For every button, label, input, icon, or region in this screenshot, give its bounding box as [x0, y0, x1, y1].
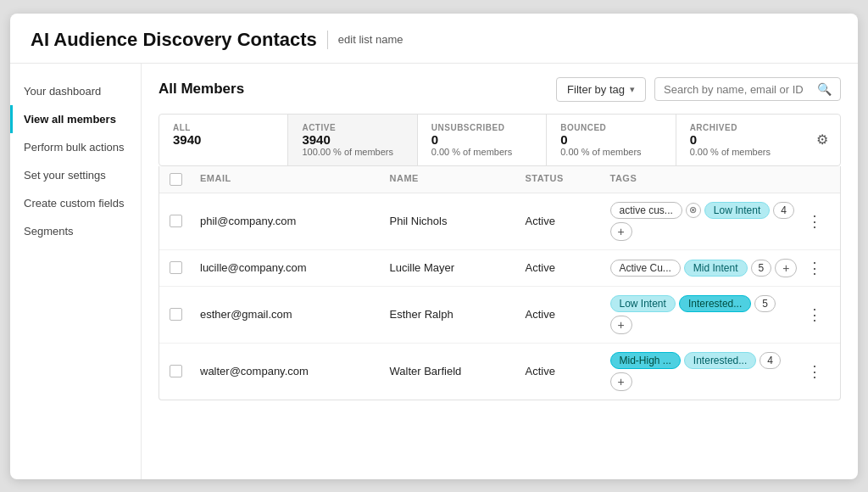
tag-mid-intent[interactable]: Mid Intent: [684, 260, 748, 277]
table-row: phil@company.com Phil Nichols Active act…: [159, 193, 840, 250]
tag-add-button-2[interactable]: +: [775, 259, 797, 277]
row-1-checkbox[interactable]: [170, 215, 182, 227]
row-1-tags: active cus... ⊗ Low Intent 4 +: [610, 202, 800, 241]
row-4-tags: Mid-High ... Interested... 4 +: [610, 352, 800, 391]
row-4-name: Walter Barfield: [390, 365, 526, 377]
row-3-email: esther@gmail.com: [200, 308, 390, 321]
col-header-status: STATUS: [526, 173, 610, 186]
tag-active-cu[interactable]: Active Cu...: [610, 260, 681, 277]
sidebar-item-set-settings[interactable]: Set your settings: [10, 161, 141, 189]
filter-by-tag-dropdown[interactable]: Filter by tag ▾: [556, 77, 646, 102]
stats-bar: ALL 3940 ACTIVE 3940 100.00 % of members…: [159, 114, 841, 166]
row-3-status: Active: [526, 308, 610, 321]
row-1-checkbox-cell: [170, 215, 200, 227]
row-3-name: Esther Ralph: [390, 308, 526, 321]
table-row: lucille@company.com Lucille Mayer Active…: [159, 250, 840, 287]
tag-low-intent[interactable]: Low Intent: [704, 202, 770, 219]
col-header-name: NAME: [390, 173, 526, 186]
stat-bounced-sub: 0.00 % of members: [560, 147, 661, 157]
main-header: All Members Filter by tag ▾ 🔍: [159, 77, 841, 102]
row-2-status: Active: [526, 261, 610, 274]
col-header-email: EMAIL: [200, 173, 390, 186]
row-4-checkbox-cell: [170, 365, 200, 377]
col-header-actions: [799, 173, 830, 186]
row-4-status: Active: [526, 365, 610, 377]
row-2-checkbox[interactable]: [170, 261, 182, 274]
select-all-checkbox[interactable]: [170, 173, 182, 186]
stat-active[interactable]: ACTIVE 3940 100.00 % of members: [288, 115, 417, 165]
tag-count-2[interactable]: 5: [751, 260, 772, 277]
sidebar-item-custom-fields[interactable]: Create custom fields: [10, 189, 141, 217]
filter-label: Filter by tag: [567, 83, 625, 96]
row-2-tags: Active Cu... Mid Intent 5 +: [610, 259, 800, 277]
sidebar-item-segments[interactable]: Segments: [10, 217, 141, 245]
row-3-more-button[interactable]: ⋮: [799, 305, 830, 324]
tag-count-4[interactable]: 4: [760, 352, 781, 369]
sidebar-item-perform-bulk[interactable]: Perform bulk actions: [10, 133, 141, 161]
row-3-checkbox-cell: [170, 308, 200, 321]
search-box: 🔍: [654, 77, 841, 101]
row-2-more-button[interactable]: ⋮: [799, 259, 830, 277]
stat-all[interactable]: ALL 3940: [159, 115, 288, 165]
sidebar-item-view-all-members[interactable]: View all members: [10, 105, 141, 133]
col-header-tags: TAGS: [610, 173, 800, 186]
tag-add-button-4[interactable]: +: [610, 372, 632, 391]
edit-list-link[interactable]: edit list name: [338, 33, 403, 46]
app-container: AI Audience Discovery Contacts edit list…: [10, 14, 858, 479]
tag-count-1[interactable]: 4: [773, 202, 794, 219]
stat-archived[interactable]: ARCHIVED 0 0.00 % of members: [676, 115, 804, 165]
table-row: walter@company.com Walter Barfield Activ…: [159, 344, 840, 400]
stat-bounced-value: 0: [560, 132, 661, 147]
header-divider: [327, 31, 328, 49]
tag-low-intent-3[interactable]: Low Intent: [610, 295, 676, 312]
stat-bounced-label: BOUNCED: [560, 123, 661, 132]
stat-bounced[interactable]: BOUNCED 0 0.00 % of members: [547, 115, 676, 165]
row-2-email: lucille@company.com: [200, 261, 390, 274]
row-2-name: Lucille Mayer: [390, 261, 526, 274]
stat-unsub-sub: 0.00 % of members: [431, 147, 532, 157]
settings-gear-button[interactable]: ⚙: [804, 115, 840, 165]
tag-count-3[interactable]: 5: [754, 295, 776, 312]
stat-active-label: ACTIVE: [302, 123, 403, 132]
row-4-email: walter@company.com: [200, 365, 390, 377]
stat-all-label: ALL: [173, 123, 274, 132]
stats-blocks: ALL 3940 ACTIVE 3940 100.00 % of members…: [159, 115, 804, 165]
section-title: All Members: [159, 81, 244, 98]
page-title: AI Audience Discovery Contacts: [31, 29, 317, 51]
stat-archived-label: ARCHIVED: [690, 123, 791, 132]
contacts-table: EMAIL NAME STATUS TAGS phil@company.com …: [159, 166, 841, 400]
tag-interested-4[interactable]: Interested...: [684, 352, 756, 369]
stat-unsubscribed[interactable]: UNSUBSCRIBED 0 0.00 % of members: [418, 115, 547, 165]
search-input[interactable]: [664, 83, 812, 96]
tag-active-cus[interactable]: active cus...: [610, 202, 682, 219]
row-1-name: Phil Nichols: [390, 215, 526, 227]
row-4-more-button[interactable]: ⋮: [799, 362, 830, 381]
app-body: Your dashboard View all members Perform …: [10, 64, 858, 479]
stat-unsub-value: 0: [431, 132, 532, 147]
sidebar-item-dashboard[interactable]: Your dashboard: [10, 77, 141, 105]
row-1-status: Active: [526, 215, 610, 227]
tag-add-button-1[interactable]: +: [610, 222, 632, 241]
row-1-more-button[interactable]: ⋮: [799, 212, 830, 231]
search-icon: 🔍: [817, 82, 832, 96]
header-checkbox-cell: [170, 173, 200, 186]
app-header: AI Audience Discovery Contacts edit list…: [10, 14, 858, 64]
stat-unsub-label: UNSUBSCRIBED: [431, 123, 532, 132]
stat-all-value: 3940: [173, 132, 274, 147]
row-3-tags: Low Intent Interested... 5 +: [610, 295, 800, 334]
row-1-email: phil@company.com: [200, 215, 390, 227]
main-content: All Members Filter by tag ▾ 🔍 ALL: [142, 64, 858, 479]
row-4-checkbox[interactable]: [170, 365, 182, 377]
tag-mid-high-4[interactable]: Mid-High ...: [610, 352, 681, 369]
tag-add-button-3[interactable]: +: [610, 316, 632, 334]
tag-remove-icon[interactable]: ⊗: [686, 203, 701, 218]
tag-interested-3[interactable]: Interested...: [679, 295, 751, 312]
stat-archived-sub: 0.00 % of members: [690, 147, 791, 157]
row-2-checkbox-cell: [170, 261, 200, 274]
chevron-down-icon: ▾: [630, 84, 635, 95]
table-header-row: EMAIL NAME STATUS TAGS: [159, 166, 840, 193]
table-row: esther@gmail.com Esther Ralph Active Low…: [159, 287, 840, 344]
header-controls: Filter by tag ▾ 🔍: [556, 77, 841, 102]
stat-archived-value: 0: [690, 132, 791, 147]
row-3-checkbox[interactable]: [170, 308, 182, 321]
